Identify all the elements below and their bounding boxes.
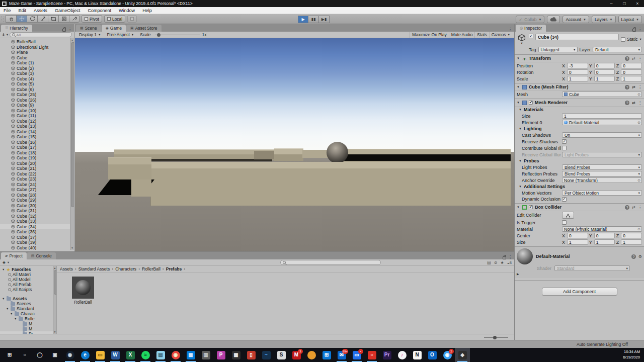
foldout-icon[interactable]: ▼	[517, 206, 520, 209]
hierarchy-item[interactable]: Cube (9)	[0, 103, 74, 108]
hierarchy-search-input[interactable]: All	[10, 32, 72, 37]
taskbar-app-button[interactable]: X	[123, 348, 138, 362]
hierarchy-item[interactable]: Cube (26)	[0, 98, 74, 103]
position-y-field[interactable]: 0	[594, 63, 615, 68]
hierarchy-item[interactable]: Cube (34)	[0, 224, 74, 230]
slider-knob[interactable]	[493, 336, 497, 339]
rotation-z-field[interactable]: 0	[621, 69, 642, 75]
probes-foldout[interactable]: ▼Probes	[515, 158, 644, 164]
taskbar-app-button[interactable]: ▥	[198, 348, 213, 362]
scrollbar-thumb[interactable]	[71, 42, 74, 207]
hierarchy-item[interactable]: Cube (20)	[0, 161, 74, 166]
presets-icon[interactable]: ⇄	[632, 205, 635, 210]
hierarchy-item[interactable]: Cube (16)	[0, 140, 74, 145]
presets-icon[interactable]: ⇄	[632, 85, 635, 89]
hierarchy-item[interactable]: Plane	[0, 50, 74, 55]
search-by-type-icon[interactable]: ▤	[487, 260, 491, 265]
hierarchy-item[interactable]: Cube (13)	[0, 124, 74, 129]
hierarchy-item[interactable]: Cube (22)	[0, 171, 74, 177]
receive-shadows-checkbox[interactable]: ✓	[562, 139, 567, 144]
project-search-input[interactable]	[280, 260, 381, 265]
hierarchy-item[interactable]: Cube (32)	[0, 214, 74, 219]
cloud-button[interactable]	[547, 16, 560, 23]
static-checkbox[interactable]: ✓	[621, 37, 625, 42]
grid-snap-button[interactable]	[127, 15, 137, 23]
taskbar-app-button[interactable]: ~	[259, 348, 274, 362]
gear-icon[interactable]: ⚙	[638, 254, 642, 259]
taskbar-app-button[interactable]: e	[77, 348, 93, 362]
foldout-icon[interactable]: ▼	[517, 101, 520, 104]
taskbar-app-button[interactable]: O	[425, 348, 440, 362]
hierarchy-item[interactable]: Cube (23)	[0, 176, 74, 182]
panel-menu-icon[interactable]: ⋮	[508, 27, 512, 32]
minimize-button[interactable]: –	[605, 1, 618, 6]
rotation-y-field[interactable]: 0	[594, 69, 615, 75]
tree-item[interactable]: M	[0, 321, 56, 326]
hierarchy-item[interactable]: RollerBall	[0, 39, 74, 45]
taskbar-app-button[interactable]	[304, 348, 319, 362]
game-viewport[interactable]	[75, 38, 514, 251]
create-button[interactable]: +	[3, 260, 6, 265]
hierarchy-item[interactable]: Cube (18)	[0, 150, 74, 156]
add-component-button[interactable]: Add Component	[542, 288, 617, 296]
layer-dropdown[interactable]: Default▼	[593, 47, 642, 52]
hierarchy-item[interactable]: Cube (1)	[0, 60, 74, 66]
materials-size-field[interactable]: 1	[562, 113, 642, 119]
taskbar-app-button[interactable]: P	[213, 348, 228, 362]
create-button[interactable]: +	[2, 32, 5, 38]
mesh-filter-header[interactable]: ▼ Cube (Mesh Filter) ?⇄⋮	[515, 83, 644, 91]
lock-icon[interactable]	[62, 29, 66, 32]
taskbar-app-button[interactable]: ▭	[93, 348, 108, 362]
hierarchy-item[interactable]: Cube (28)	[0, 193, 74, 198]
menu-item[interactable]: Edit	[19, 8, 27, 13]
gizmos-dropdown[interactable]: Gizmos▼	[489, 32, 512, 38]
favorite-item[interactable]: All Materi	[0, 272, 56, 277]
hierarchy-item[interactable]: Cube (24)	[0, 182, 74, 188]
object-picker-icon[interactable]: ⊙	[637, 93, 640, 97]
lock-icon[interactable]	[632, 29, 636, 32]
breadcrumb-item[interactable]: Characters›	[115, 266, 140, 272]
center-x-field[interactable]: 0	[567, 233, 588, 238]
layout-dropdown[interactable]: Layout▼	[618, 16, 642, 23]
active-checkbox[interactable]: ✓	[529, 34, 533, 38]
search-by-label-icon[interactable]: ⊘	[494, 260, 498, 265]
taskbar-app-button[interactable]: ◉	[62, 348, 77, 362]
hierarchy-item[interactable]: Cube (21)	[0, 166, 74, 171]
object-picker-icon[interactable]: ⊙	[637, 178, 640, 183]
hierarchy-item[interactable]: Cube (5)	[0, 81, 74, 87]
rotation-x-field[interactable]: 0	[567, 69, 588, 75]
hierarchy-item[interactable]: Cube (33)	[0, 219, 74, 224]
move-tool-button[interactable]	[16, 15, 27, 23]
project-tree-scrollbar[interactable]: ▲▼	[53, 266, 56, 334]
static-toggle[interactable]: ✓Static▼	[621, 34, 642, 45]
size-x-field[interactable]: 1	[567, 239, 588, 245]
hierarchy-item[interactable]: Cube (25)	[0, 92, 74, 98]
taskbar-app-button[interactable]: ▣	[47, 348, 62, 362]
breadcrumb-item[interactable]: RollerBall›	[142, 266, 164, 272]
size-y-field[interactable]: 1	[594, 239, 615, 245]
breadcrumb-item[interactable]: Prefabs›	[166, 266, 185, 272]
mesh-renderer-header[interactable]: ▼ ✓ Mesh Renderer ?⇄⋮	[515, 99, 644, 107]
tab-scene[interactable]: ▦Scene	[76, 25, 101, 32]
hierarchy-item[interactable]: Cube (10)	[0, 108, 74, 114]
taskbar-app-button[interactable]: ▤	[153, 348, 168, 362]
account-dropdown[interactable]: Account▼	[562, 16, 589, 23]
taskbar-app-button[interactable]: ○	[364, 348, 379, 362]
taskbar-app-button[interactable]: ◆	[455, 348, 470, 362]
hierarchy-item[interactable]: Cube (19)	[0, 155, 74, 161]
light-probes-dropdown[interactable]: Blend Probes▼	[562, 164, 642, 170]
panel-menu-icon[interactable]: ⋮	[638, 27, 642, 32]
component-menu-icon[interactable]: ⋮	[638, 85, 642, 89]
motion-vectors-dropdown[interactable]: Per Object Motion▼	[562, 190, 642, 196]
slider-knob[interactable]	[157, 33, 160, 37]
hierarchy-item[interactable]: Cube (15)	[0, 134, 74, 140]
object-picker-icon[interactable]: ⊙	[637, 121, 640, 125]
dynamic-occlusion-checkbox[interactable]: ✓	[562, 197, 567, 202]
hierarchy-item[interactable]: Cube (12)	[0, 119, 74, 124]
close-button[interactable]: ×	[631, 1, 644, 6]
presets-icon[interactable]: ⇄	[632, 56, 635, 61]
hierarchy-scrollbar[interactable]: ▲▼	[70, 38, 74, 250]
taskbar-app-button[interactable]: S	[274, 348, 289, 362]
scale-tool-button[interactable]	[37, 15, 48, 23]
gameobject-name-field[interactable]: Cube (34)	[535, 34, 619, 40]
